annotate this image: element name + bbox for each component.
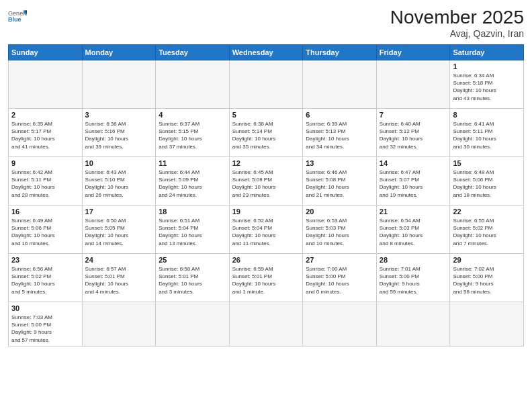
calendar-cell: 19Sunrise: 6:52 AM Sunset: 5:04 PM Dayli…	[229, 205, 303, 254]
day-info: Sunrise: 6:52 AM Sunset: 5:04 PM Dayligh…	[232, 217, 300, 247]
day-number: 8	[453, 111, 521, 119]
calendar-cell: 12Sunrise: 6:45 AM Sunset: 5:08 PM Dayli…	[229, 157, 303, 205]
day-info: Sunrise: 6:38 AM Sunset: 5:14 PM Dayligh…	[232, 120, 300, 150]
calendar-cell: 21Sunrise: 6:54 AM Sunset: 5:03 PM Dayli…	[376, 205, 450, 254]
weekday-thursday: Thursday	[303, 45, 377, 60]
day-number: 20	[306, 208, 373, 216]
calendar-cell	[156, 60, 230, 109]
calendar-cell: 16Sunrise: 6:49 AM Sunset: 5:06 PM Dayli…	[9, 205, 83, 254]
day-info: Sunrise: 6:35 AM Sunset: 5:17 PM Dayligh…	[11, 120, 79, 150]
day-number: 7	[380, 111, 447, 119]
calendar-cell	[156, 302, 230, 347]
header: General Blue November 2025 Avaj, Qazvin,…	[8, 7, 524, 39]
day-info: Sunrise: 6:54 AM Sunset: 5:03 PM Dayligh…	[380, 217, 447, 247]
calendar-cell	[450, 302, 524, 347]
weekday-friday: Friday	[376, 45, 450, 60]
day-number: 28	[380, 256, 447, 264]
day-number: 24	[85, 256, 153, 264]
calendar-cell	[9, 60, 83, 109]
day-number: 23	[11, 256, 79, 264]
calendar-cell	[376, 302, 450, 347]
calendar-cell: 13Sunrise: 6:46 AM Sunset: 5:08 PM Dayli…	[303, 157, 377, 205]
calendar-cell: 8Sunrise: 6:41 AM Sunset: 5:11 PM Daylig…	[450, 109, 524, 157]
day-number: 29	[453, 256, 521, 264]
day-info: Sunrise: 6:43 AM Sunset: 5:10 PM Dayligh…	[85, 169, 153, 199]
weekday-monday: Monday	[82, 45, 156, 60]
calendar-cell: 24Sunrise: 6:57 AM Sunset: 5:01 PM Dayli…	[82, 254, 156, 302]
day-info: Sunrise: 6:41 AM Sunset: 5:11 PM Dayligh…	[453, 120, 521, 150]
day-number: 25	[159, 256, 226, 264]
day-info: Sunrise: 6:56 AM Sunset: 5:02 PM Dayligh…	[11, 265, 79, 295]
weekday-sunday: Sunday	[9, 45, 83, 60]
day-number: 30	[11, 304, 79, 312]
calendar-cell	[376, 60, 450, 109]
day-info: Sunrise: 6:40 AM Sunset: 5:12 PM Dayligh…	[380, 120, 447, 150]
day-info: Sunrise: 6:42 AM Sunset: 5:11 PM Dayligh…	[11, 169, 79, 199]
calendar-cell: 10Sunrise: 6:43 AM Sunset: 5:10 PM Dayli…	[82, 157, 156, 205]
calendar-cell	[303, 60, 377, 109]
day-number: 18	[159, 208, 226, 216]
weekday-saturday: Saturday	[450, 45, 524, 60]
day-info: Sunrise: 6:44 AM Sunset: 5:09 PM Dayligh…	[159, 169, 226, 199]
calendar-cell: 23Sunrise: 6:56 AM Sunset: 5:02 PM Dayli…	[9, 254, 83, 302]
day-info: Sunrise: 6:39 AM Sunset: 5:13 PM Dayligh…	[306, 120, 373, 150]
day-info: Sunrise: 6:59 AM Sunset: 5:01 PM Dayligh…	[232, 265, 300, 295]
day-info: Sunrise: 6:36 AM Sunset: 5:16 PM Dayligh…	[85, 120, 153, 150]
location: Avaj, Qazvin, Iran	[390, 28, 524, 39]
weekday-wednesday: Wednesday	[229, 45, 303, 60]
weekday-header-row: SundayMondayTuesdayWednesdayThursdayFrid…	[9, 45, 524, 60]
day-number: 10	[85, 159, 153, 167]
day-number: 1	[453, 62, 521, 71]
logo: General Blue	[8, 7, 27, 26]
calendar-cell: 11Sunrise: 6:44 AM Sunset: 5:09 PM Dayli…	[156, 157, 230, 205]
calendar-cell: 9Sunrise: 6:42 AM Sunset: 5:11 PM Daylig…	[9, 157, 83, 205]
calendar-cell: 29Sunrise: 7:02 AM Sunset: 5:00 PM Dayli…	[450, 254, 524, 302]
calendar-cell: 26Sunrise: 6:59 AM Sunset: 5:01 PM Dayli…	[229, 254, 303, 302]
logo-icon: General Blue	[8, 7, 27, 26]
day-number: 27	[306, 256, 373, 264]
svg-text:Blue: Blue	[8, 16, 21, 23]
calendar-cell: 6Sunrise: 6:39 AM Sunset: 5:13 PM Daylig…	[303, 109, 377, 157]
day-number: 17	[85, 208, 153, 216]
calendar-cell	[82, 60, 156, 109]
calendar-cell: 1Sunrise: 6:34 AM Sunset: 5:18 PM Daylig…	[450, 60, 524, 109]
day-info: Sunrise: 6:47 AM Sunset: 5:07 PM Dayligh…	[380, 169, 447, 199]
day-number: 4	[159, 111, 226, 119]
day-number: 26	[232, 256, 300, 264]
calendar-cell: 17Sunrise: 6:50 AM Sunset: 5:05 PM Dayli…	[82, 205, 156, 254]
calendar-cell: 20Sunrise: 6:53 AM Sunset: 5:03 PM Dayli…	[303, 205, 377, 254]
day-number: 5	[232, 111, 300, 119]
calendar-cell: 15Sunrise: 6:48 AM Sunset: 5:06 PM Dayli…	[450, 157, 524, 205]
calendar-cell: 4Sunrise: 6:37 AM Sunset: 5:15 PM Daylig…	[156, 109, 230, 157]
month-title: November 2025	[390, 7, 524, 28]
day-number: 19	[232, 208, 300, 216]
day-info: Sunrise: 6:48 AM Sunset: 5:06 PM Dayligh…	[453, 169, 521, 199]
day-info: Sunrise: 6:49 AM Sunset: 5:06 PM Dayligh…	[11, 217, 79, 247]
calendar-cell: 14Sunrise: 6:47 AM Sunset: 5:07 PM Dayli…	[376, 157, 450, 205]
calendar-cell: 27Sunrise: 7:00 AM Sunset: 5:00 PM Dayli…	[303, 254, 377, 302]
calendar-table: SundayMondayTuesdayWednesdayThursdayFrid…	[8, 44, 524, 347]
calendar-cell: 28Sunrise: 7:01 AM Sunset: 5:00 PM Dayli…	[376, 254, 450, 302]
calendar-cell: 22Sunrise: 6:55 AM Sunset: 5:02 PM Dayli…	[450, 205, 524, 254]
day-number: 11	[159, 159, 226, 167]
weekday-tuesday: Tuesday	[156, 45, 230, 60]
day-number: 6	[306, 111, 373, 119]
day-number: 16	[11, 208, 79, 216]
day-info: Sunrise: 7:03 AM Sunset: 5:00 PM Dayligh…	[11, 314, 79, 344]
day-number: 14	[380, 159, 447, 167]
day-number: 15	[453, 159, 521, 167]
day-number: 21	[380, 208, 447, 216]
calendar-cell	[303, 302, 377, 347]
day-number: 2	[11, 111, 79, 119]
calendar-cell	[229, 302, 303, 347]
calendar-cell	[82, 302, 156, 347]
day-number: 22	[453, 208, 521, 216]
day-number: 3	[85, 111, 153, 119]
day-info: Sunrise: 6:34 AM Sunset: 5:18 PM Dayligh…	[453, 72, 521, 102]
calendar-cell	[229, 60, 303, 109]
title-block: November 2025 Avaj, Qazvin, Iran	[390, 7, 524, 39]
day-info: Sunrise: 6:50 AM Sunset: 5:05 PM Dayligh…	[85, 217, 153, 247]
calendar-cell: 7Sunrise: 6:40 AM Sunset: 5:12 PM Daylig…	[376, 109, 450, 157]
calendar-cell: 5Sunrise: 6:38 AM Sunset: 5:14 PM Daylig…	[229, 109, 303, 157]
day-info: Sunrise: 6:55 AM Sunset: 5:02 PM Dayligh…	[453, 217, 521, 247]
